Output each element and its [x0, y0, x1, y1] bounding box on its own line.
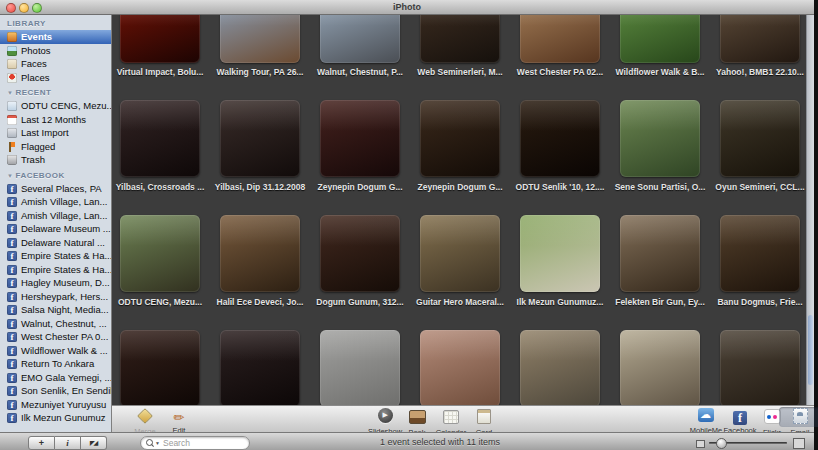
- sidebar-item-empire-states-ha[interactable]: Empire States & Ha...: [0, 263, 111, 277]
- sidebar-item-return-to-ankara[interactable]: Return To Ankara: [0, 357, 111, 371]
- event-caption[interactable]: Banu Dogmus, Frie...: [712, 297, 806, 307]
- event-caption[interactable]: Walking Tour, PA 26...: [212, 67, 308, 77]
- sidebar-item-west-chester-pa-0[interactable]: West Chester PA 0...: [0, 330, 111, 344]
- event-caption[interactable]: Zeynepin Dogum G...: [312, 182, 408, 192]
- event-thumbnail[interactable]: [520, 330, 600, 405]
- event-caption[interactable]: Zeynepin Dogum G...: [412, 182, 508, 192]
- event-caption[interactable]: Yahoo!, BMB1 22.10...: [712, 67, 806, 77]
- sidebar-item-amish-village-lan[interactable]: Amish Village, Lan...: [0, 209, 111, 223]
- event-thumbnail-odtu-ceng-mezu[interactable]: [120, 215, 200, 292]
- add-button[interactable]: +: [28, 436, 55, 450]
- trash-icon: [7, 155, 17, 165]
- sidebar-item-amish-village-lan[interactable]: Amish Village, Lan...: [0, 195, 111, 209]
- event-thumbnail-felekten-bir-gun-ey[interactable]: [620, 215, 700, 292]
- event-thumbnail-yahoo-bmb1-22-10[interactable]: [720, 15, 800, 63]
- sidebar-item-delaware-museum[interactable]: Delaware Museum ...: [0, 222, 111, 236]
- sidebar-item-wildflower-walk[interactable]: Wildflower Walk & ...: [0, 344, 111, 358]
- sidebar-item-flagged[interactable]: Flagged: [0, 140, 111, 154]
- event-thumbnail[interactable]: [720, 330, 800, 405]
- section-header-recent[interactable]: ▼RECENT: [0, 84, 111, 99]
- event-thumbnail-banu-dogmus-frie[interactable]: [720, 215, 800, 292]
- section-header-facebook[interactable]: ▼FACEBOOK: [0, 167, 111, 182]
- event-caption[interactable]: Halil Ece Deveci, Jo...: [212, 297, 308, 307]
- event-thumbnail-sene-sonu-partisi-o[interactable]: [620, 100, 700, 177]
- event-caption[interactable]: Felekten Bir Gun, Ey...: [612, 297, 708, 307]
- sidebar-item-photos[interactable]: Photos: [0, 44, 111, 58]
- event-thumbnail-zeynepin-dogum-g[interactable]: [420, 100, 500, 177]
- search-input[interactable]: ▼ Search: [140, 436, 250, 450]
- event-thumbnail-web-seminerleri-m[interactable]: [420, 15, 500, 63]
- sidebar-item-ilk-mezun-gunumuz[interactable]: Ilk Mezun Gunumuz: [0, 411, 111, 425]
- event-caption[interactable]: West Chester PA 02...: [512, 67, 608, 77]
- sidebar-item-delaware-natural[interactable]: Delaware Natural ...: [0, 236, 111, 250]
- event-thumbnail-west-chester-pa-02[interactable]: [520, 15, 600, 63]
- event-thumbnail[interactable]: [120, 330, 200, 405]
- sidebar-item-emo-gala-yemegi[interactable]: EMO Gala Yemegi, ...: [0, 371, 111, 385]
- sidebar-item-hagley-museum-d[interactable]: Hagley Museum, D...: [0, 276, 111, 290]
- thumbnail-gloss: [520, 330, 600, 361]
- event-caption[interactable]: Yilbasi, Dip 31.12.2008: [212, 182, 308, 192]
- event-caption[interactable]: Oyun Semineri, CCL...: [712, 182, 806, 192]
- sidebar-item-odtu-ceng-mezu[interactable]: ODTU CENG, Mezu...: [0, 99, 111, 113]
- event-caption[interactable]: Yilbasi, Crossroads ...: [112, 182, 208, 192]
- event-caption[interactable]: Virtual Impact, Bolu...: [112, 67, 208, 77]
- sidebar-item-son-senlik-en-sendik[interactable]: Son Senlik, En Sendik!: [0, 384, 111, 398]
- sidebar-item-trash[interactable]: Trash: [0, 153, 111, 167]
- sidebar-item-places[interactable]: Places: [0, 71, 111, 85]
- close-button[interactable]: [6, 3, 16, 13]
- event-thumbnail-halil-ece-deveci-jo[interactable]: [220, 215, 300, 292]
- minimize-button[interactable]: [19, 3, 29, 13]
- sidebar-item-several-places-pa[interactable]: Several Places, PA: [0, 182, 111, 196]
- event-thumbnail-ilk-mezun-gunumuz[interactable]: [520, 215, 600, 292]
- sidebar-item-last-import[interactable]: Last Import: [0, 126, 111, 140]
- event-thumbnail-yilbasi-crossroads[interactable]: [120, 100, 200, 177]
- event-thumbnail-virtual-impact-bolu[interactable]: [120, 15, 200, 63]
- event-thumbnail-oyun-semineri-ccl[interactable]: [720, 100, 800, 177]
- event-thumbnail-walnut-chestnut-p[interactable]: [320, 15, 400, 63]
- zoom-out-icon[interactable]: [696, 440, 705, 448]
- event-caption[interactable]: Web Seminerleri, M...: [412, 67, 508, 77]
- disclosure-triangle-icon[interactable]: ▼: [7, 90, 13, 96]
- sidebar-item-empire-states-ha[interactable]: Empire States & Ha...: [0, 249, 111, 263]
- event-caption[interactable]: ODTU CENG, Mezu...: [112, 297, 208, 307]
- info-button[interactable]: i: [55, 436, 81, 450]
- sidebar-item-mezuniyet-yuruyusu[interactable]: Mezuniyet Yuruyusu: [0, 398, 111, 412]
- event-thumbnail[interactable]: [220, 330, 300, 405]
- zoom-slider-thumb[interactable]: [716, 438, 727, 449]
- facebook-icon: [733, 411, 747, 425]
- event-thumbnail-yilbasi-dip-31-12-2008[interactable]: [220, 100, 300, 177]
- sidebar-item-last-12-months[interactable]: Last 12 Months: [0, 113, 111, 127]
- event-thumbnail-zeynepin-dogum-g[interactable]: [320, 100, 400, 177]
- vertical-scrollbar[interactable]: [806, 15, 814, 405]
- sidebar-item-walnut-chestnut[interactable]: Walnut, Chestnut, ...: [0, 317, 111, 331]
- event-thumbnail-dogum-gunum-312[interactable]: [320, 215, 400, 292]
- event-thumbnail[interactable]: [420, 330, 500, 405]
- event-thumbnail-wildflower-walk-b[interactable]: [620, 15, 700, 63]
- sidebar-item-events[interactable]: Events: [0, 30, 111, 44]
- search-scope-chevron-icon[interactable]: ▼: [155, 440, 160, 446]
- event-thumbnail[interactable]: [620, 330, 700, 405]
- zoom-button[interactable]: [32, 3, 42, 13]
- edit-icon: [171, 408, 187, 422]
- event-caption[interactable]: Walnut, Chestnut, P...: [312, 67, 408, 77]
- scrollbar-thumb[interactable]: [808, 315, 813, 385]
- sidebar-item-hersheypark-hers[interactable]: Hersheypark, Hers...: [0, 290, 111, 304]
- disclosure-triangle-icon[interactable]: ▼: [7, 173, 13, 179]
- event-caption[interactable]: Guitar Hero Maceral...: [412, 297, 508, 307]
- event-caption[interactable]: Sene Sonu Partisi, O...: [612, 182, 708, 192]
- event-caption[interactable]: Wildflower Walk & B...: [612, 67, 708, 77]
- event-thumbnail-walking-tour-pa-26[interactable]: [220, 15, 300, 63]
- event-caption[interactable]: Ilk Mezun Gunumuz...: [512, 297, 608, 307]
- fullscreen-button[interactable]: ◤◢: [81, 436, 107, 450]
- sidebar-item-salsa-night-media[interactable]: Salsa Night, Media...: [0, 303, 111, 317]
- event-thumbnail[interactable]: [320, 330, 400, 405]
- event-caption[interactable]: ODTU Senlik '10, 12....: [512, 182, 608, 192]
- sidebar-item-faces[interactable]: Faces: [0, 57, 111, 71]
- zoom-in-icon[interactable]: [793, 438, 805, 449]
- edit-button[interactable]: Edit: [156, 408, 202, 435]
- event-thumbnail-odtu-senlik-10-12[interactable]: [520, 100, 600, 177]
- thumbnail-gloss: [120, 100, 200, 131]
- title-bar[interactable]: iPhoto: [0, 0, 814, 15]
- event-caption[interactable]: Dogum Gunum, 312...: [312, 297, 408, 307]
- event-thumbnail-guitar-hero-maceral[interactable]: [420, 215, 500, 292]
